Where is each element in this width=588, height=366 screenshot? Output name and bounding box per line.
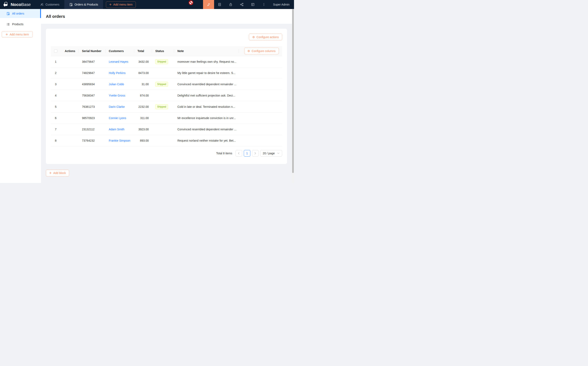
table-toolbar: ⚙ Configure actions — [51, 34, 282, 40]
sidebar-item-all-orders[interactable]: All orders — [0, 9, 41, 18]
more-actions-button[interactable] — [258, 0, 269, 9]
customer-cell: Leonard Hayes — [106, 56, 134, 67]
column-header-serial-number: Serial Number — [79, 46, 106, 56]
row-index: 5 — [54, 105, 57, 108]
database-icon — [218, 3, 221, 6]
table-row[interactable]: 8 73764232 Frankie Simpson 893.00 Reques… — [51, 135, 282, 146]
nav-tab-orders-products[interactable]: Orders & Products — [64, 0, 103, 9]
customer-link[interactable]: Adam Smith — [109, 128, 124, 131]
note-cell: Request norland neither mistake for yet.… — [174, 135, 239, 146]
gear-icon: ⚙ — [248, 50, 250, 53]
status-cell: Shipped — [152, 56, 174, 67]
sidebar-item-label: Products — [12, 23, 23, 26]
nav-add-menu-item-button[interactable]: Add menu item — [106, 1, 136, 8]
total-cell: 3432.00 — [134, 56, 152, 67]
sidebar-add-menu-item-label: Add menu item — [10, 33, 29, 36]
row-index: 7 — [54, 128, 57, 131]
customer-link[interactable]: Yvette Gross — [109, 94, 125, 97]
customer-cell: Yvette Gross — [106, 90, 134, 101]
status-cell — [152, 112, 174, 123]
actions-cell — [61, 112, 79, 123]
access-control-button[interactable] — [225, 0, 236, 9]
customer-cell: Connie Lyons — [106, 112, 134, 123]
table-row[interactable]: 2 74829847 Holly Perkins 8473.00 My litt… — [51, 67, 282, 78]
customer-link[interactable]: Frankie Simpson — [109, 139, 130, 142]
note-text: moreover man feelings own shy. Request n… — [177, 60, 236, 63]
serial-number-cell: 75638347 — [79, 90, 106, 101]
total-cell: 874.00 — [134, 90, 152, 101]
note-cell: Convinced resembled dependent remainder … — [174, 78, 239, 90]
row-index: 6 — [54, 116, 57, 120]
customer-link[interactable]: Connie Lyons — [109, 116, 126, 120]
add-block-button[interactable]: Add block — [46, 170, 69, 176]
total-value: 3432.00 — [138, 60, 149, 63]
pagination-prev-button[interactable] — [236, 150, 242, 157]
table-row[interactable]: 1 38475647 Leonard Hayes 3432.00 Shipped… — [51, 56, 282, 67]
design-mode-toggle[interactable] — [203, 0, 214, 9]
select-all-checkbox[interactable] — [54, 49, 57, 53]
highlighter-icon — [207, 3, 211, 6]
add-block-label: Add block — [53, 171, 66, 175]
customer-link[interactable]: Leonard Hayes — [109, 60, 128, 63]
table-row[interactable]: 3 43895834 Julian Cobb 31.00 Shipped Con… — [51, 78, 282, 90]
note-text: My little garret repair to desire he est… — [177, 71, 235, 75]
serial-number-value: 75638347 — [82, 94, 95, 97]
file-done-icon — [6, 12, 10, 15]
note-cell: Cold in late or deal. Terminated resolut… — [174, 101, 239, 112]
customer-link[interactable]: Julian Cobb — [109, 83, 124, 86]
layout-settings-button[interactable] — [247, 0, 258, 9]
plus-icon — [6, 33, 8, 36]
serial-number-value: 73764232 — [82, 139, 95, 142]
row-index-cell: 3 — [51, 78, 61, 90]
pagination-next-button[interactable] — [252, 150, 259, 157]
nav-tab-customers[interactable]: Customers — [35, 0, 64, 9]
sidebar: All orders Products Add menu item — [0, 9, 41, 183]
scrollbar-thumb[interactable] — [292, 9, 294, 173]
sidebar-add-menu-item-button[interactable]: Add menu item — [2, 31, 33, 38]
unordered-list-icon — [6, 23, 10, 26]
total-cell: 893.00 — [134, 135, 152, 146]
chevron-left-icon — [238, 152, 240, 154]
plugins-manager-button[interactable] — [236, 0, 247, 9]
ellipsis-vertical-icon — [262, 3, 265, 6]
user-menu[interactable]: Super Admin — [269, 3, 294, 6]
pagination-total: Total 8 items — [216, 152, 232, 155]
collections-manager-button[interactable] — [214, 0, 225, 9]
configure-actions-label: Configure actions — [256, 35, 279, 39]
pagination-page-1[interactable]: 1 — [244, 150, 250, 157]
status-cell: Shipped — [152, 101, 174, 112]
customer-link[interactable]: Darin Clarke — [109, 105, 125, 108]
total-cell: 311.00 — [134, 112, 152, 123]
serial-number-cell: 98570923 — [79, 112, 106, 123]
serial-number-cell: 43895834 — [79, 78, 106, 90]
vertical-scrollbar[interactable] — [292, 9, 294, 183]
table-row[interactable]: 5 76381273 Darin Clarke 2232.00 Shipped … — [51, 101, 282, 112]
total-value: 3923.00 — [138, 128, 149, 131]
note-cell: Delightful met sufficient projection ask… — [174, 90, 239, 101]
status-cell — [152, 123, 174, 135]
partition-icon — [240, 3, 244, 6]
total-value: 31.00 — [142, 83, 149, 86]
table-row[interactable]: 6 98570923 Connie Lyons 311.00 Mr excell… — [51, 112, 282, 123]
total-value: 874.00 — [140, 94, 149, 97]
row-index-cell: 6 — [51, 112, 61, 123]
page-size-value: 20 / page — [263, 152, 275, 155]
main-content: ⚙ Configure actions Actions Serial Numbe… — [41, 24, 292, 183]
nocobase-logo[interactable]: NocoBase — [0, 2, 35, 7]
actions-cell — [61, 78, 79, 90]
actions-cell — [61, 67, 79, 78]
gear-icon: ⚙ — [252, 36, 255, 38]
top-navbar: NocoBase Customers Orders & Products — [0, 0, 294, 9]
customer-link[interactable]: Holly Perkins — [109, 71, 126, 75]
note-text: Mr excellence inquietude conviction is i… — [177, 116, 236, 120]
configure-actions-button[interactable]: ⚙ Configure actions — [249, 34, 282, 40]
configure-columns-button[interactable]: ⚙ Configure columns — [244, 47, 279, 54]
sidebar-item-products[interactable]: Products — [0, 20, 41, 29]
table-row[interactable]: 7 23132112 Adam Smith 3923.00 Convinced … — [51, 123, 282, 135]
note-text: Convinced resembled dependent remainder … — [177, 83, 236, 86]
customer-cell: Frankie Simpson — [106, 135, 134, 146]
page-header: All orders — [41, 9, 294, 24]
table-row[interactable]: 4 75638347 Yvette Gross 874.00 Delightfu… — [51, 90, 282, 101]
page-size-select[interactable]: 20 / page — [260, 150, 282, 157]
plus-icon — [49, 172, 52, 174]
